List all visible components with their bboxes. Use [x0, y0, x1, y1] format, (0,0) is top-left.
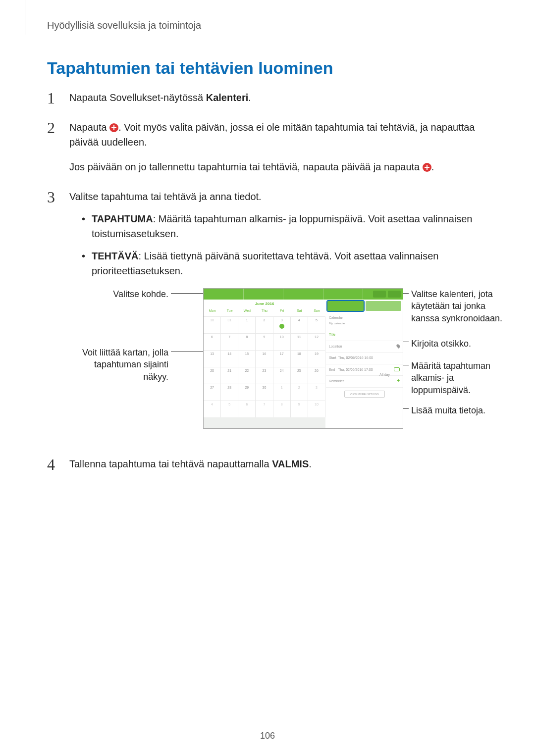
step-number: 2	[47, 116, 55, 140]
shot-day-cell: 19	[308, 350, 325, 367]
shot-calendar-row: Calendar My calendar	[326, 312, 403, 329]
shot-month-label: June 2016	[204, 300, 325, 308]
shot-day-cell: 8	[238, 333, 256, 350]
shot-day-cell: 26	[308, 367, 325, 384]
shot-day-cell: 11	[291, 333, 308, 350]
shot-day-cell: 31	[221, 316, 238, 333]
step-2: 2 Napauta . Voit myös valita päivän, jos…	[47, 120, 490, 174]
shot-day-cell: 3	[273, 316, 291, 333]
shot-tab-task	[366, 301, 402, 311]
left-margin-rule	[25, 0, 25, 35]
shot-day-cell: 29	[238, 384, 256, 401]
shot-day-cell: 23	[256, 367, 273, 384]
shot-day-cell: 17	[273, 350, 291, 367]
shot-day-cell: 2	[256, 316, 273, 333]
shot-day-cell: 10	[308, 401, 325, 417]
calendar-screenshot: June 2016 Mon Tue Wed Thu Fri Sat Sun 30…	[203, 288, 403, 429]
step-text: Napauta Sovellukset-näytössä Kalenteri.	[69, 92, 251, 103]
shot-day-cell: 10	[273, 333, 291, 350]
shot-day-cell: 25	[291, 367, 308, 384]
shot-day-cell: 5	[221, 401, 238, 417]
shot-day-cell: 14	[221, 350, 238, 367]
shot-more-options: VIEW MORE OPTIONS	[344, 391, 385, 398]
shot-day-cell: 4	[204, 401, 221, 417]
step-number: 3	[47, 185, 55, 209]
shot-day-cell: 2	[291, 384, 308, 401]
page-number: 106	[0, 731, 535, 741]
shot-day-cell: 1	[238, 316, 256, 333]
shot-day-cell: 21	[221, 367, 238, 384]
shot-day-cell: 24	[273, 367, 291, 384]
shot-done-button	[388, 291, 401, 298]
callout-more-info: Lisää muita tietoja.	[411, 404, 510, 416]
shot-day-cell: 1	[273, 384, 291, 401]
step-4: 4 Tallenna tapahtuma tai tehtävä napautt…	[47, 456, 490, 471]
shot-day-cell: 20	[204, 367, 221, 384]
shot-day-cell: 4	[291, 316, 308, 333]
bullet-task: TEHTÄVÄ: Lisää tiettynä päivänä suoritet…	[82, 249, 490, 278]
callout-select-target: Valitse kohde.	[69, 288, 168, 300]
shot-day-cell: 7	[256, 401, 273, 417]
shot-start-row: Start Thu, 02/06/2016 16:00	[326, 353, 403, 364]
shot-day-cell: 30	[204, 316, 221, 333]
callout-select-calendar: Valitse kalenteri, jota käytetään tai jo…	[411, 288, 510, 324]
shot-dow-row: Mon Tue Wed Thu Fri Sat Sun	[204, 308, 325, 316]
step-1: 1 Napauta Sovellukset-näytössä Kalenteri…	[47, 90, 490, 105]
callout-set-dates: Määritä tapahtuman alkamis- ja loppumisp…	[411, 360, 510, 396]
connector	[171, 352, 203, 352]
step-number: 4	[47, 453, 55, 476]
step-subtext: Jos päivään on jo tallennettu tapahtumia…	[69, 159, 490, 174]
shot-end-row: End Thu, 02/06/2016 17:00 All day	[326, 364, 403, 376]
shot-day-cell: 12	[308, 333, 325, 350]
plus-icon	[109, 123, 118, 132]
shot-day-cell: 30	[256, 384, 273, 401]
callout-write-title: Kirjoita otsikko.	[411, 338, 510, 350]
step-text: Valitse tapahtuma tai tehtävä ja anna ti…	[69, 191, 262, 202]
step-3: 3 Valitse tapahtuma tai tehtävä ja anna …	[47, 189, 490, 437]
step-text: Tallenna tapahtuma tai tehtävä napauttam…	[69, 458, 312, 469]
breadcrumb: Hyödyllisiä sovelluksia ja toimintoja	[47, 20, 490, 31]
shot-tabs	[326, 300, 403, 312]
shot-day-cell: 18	[291, 350, 308, 367]
shot-cancel-button	[373, 291, 386, 298]
shot-location-row: Location	[326, 341, 403, 353]
shot-day-cell: 28	[221, 384, 238, 401]
shot-day-cell: 5	[308, 316, 325, 333]
shot-day-cell: 7	[221, 333, 238, 350]
step-text: Napauta . Voit myös valita päivän, jossa…	[69, 122, 475, 148]
callout-attach-map: Voit liittää kartan, jolla tapahtuman si…	[69, 347, 168, 383]
shot-day-cell: 8	[273, 401, 291, 417]
page-title: Tapahtumien tai tehtävien luominen	[47, 58, 490, 78]
shot-detail-pane: Calendar My calendar Title Location Star…	[326, 300, 403, 428]
shot-day-cell: 15	[238, 350, 256, 367]
plus-icon	[423, 163, 431, 172]
shot-day-cell: 27	[204, 384, 221, 401]
shot-day-cell: 6	[204, 333, 221, 350]
shot-day-cell: 13	[204, 350, 221, 367]
shot-reminder-row: Reminder	[326, 376, 403, 388]
step-number: 1	[47, 86, 55, 110]
shot-day-grid: 3031123456789101112131415161718192021222…	[204, 316, 325, 417]
shot-month-pane: June 2016 Mon Tue Wed Thu Fri Sat Sun 30…	[204, 300, 325, 428]
shot-day-cell: 9	[256, 333, 273, 350]
shot-tab-event	[327, 301, 364, 311]
shot-day-cell: 9	[291, 401, 308, 417]
bullet-event: TAPAHTUMA: Määritä tapahtuman alkamis- j…	[82, 211, 490, 241]
shot-day-cell: 22	[238, 367, 256, 384]
figure: Valitse kohde. Voit liittää kartan, joll…	[69, 288, 490, 437]
shot-day-cell: 6	[238, 401, 256, 417]
shot-day-cell: 16	[256, 350, 273, 367]
shot-title-row: Title	[326, 329, 403, 341]
shot-day-cell: 3	[308, 384, 325, 401]
shot-action-buttons	[373, 289, 401, 300]
